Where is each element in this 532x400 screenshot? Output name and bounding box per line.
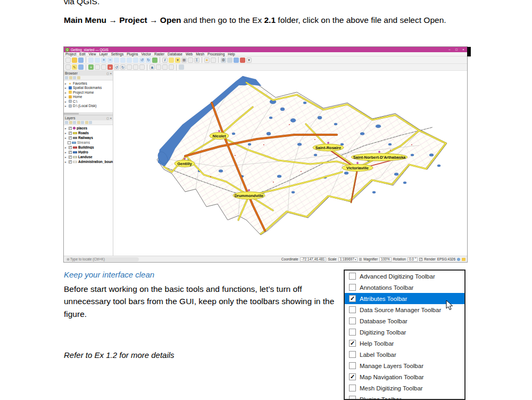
crs-status[interactable]: EPSG:4326 [437, 257, 455, 261]
identify-features-icon[interactable] [162, 58, 168, 63]
expander-icon[interactable] [65, 104, 68, 108]
browser-filter-icon[interactable] [69, 76, 72, 79]
menu-database[interactable]: Database [166, 52, 184, 56]
menu-item-database-toolbar[interactable]: Database Toolbar [345, 315, 464, 326]
browser-collapse-icon[interactable] [73, 76, 76, 79]
menu-vector[interactable]: Vector [140, 52, 153, 56]
add-feature-icon[interactable] [88, 64, 94, 70]
python-console-icon[interactable] [234, 58, 239, 63]
save-edits-icon[interactable] [78, 64, 84, 70]
expander-icon[interactable] [65, 150, 68, 154]
menu-item-advanced-digitizing-toolbar[interactable]: Advanced Digitizing Toolbar [345, 271, 464, 282]
add-group-icon[interactable] [69, 121, 72, 124]
checkbox[interactable] [349, 351, 356, 358]
expander-icon[interactable] [65, 126, 68, 130]
checkbox[interactable] [349, 317, 356, 324]
menu-item-label-toolbar[interactable]: Label Toolbar [345, 349, 464, 360]
qgis-titlebar[interactable]: Getting_started — QGIS [64, 47, 467, 52]
statistical-summary-icon[interactable] [194, 58, 200, 63]
zoom-next-icon[interactable] [146, 58, 151, 63]
save-project-icon[interactable] [78, 58, 84, 63]
render-checkbox[interactable] [419, 258, 422, 261]
checkbox[interactable] [349, 295, 356, 302]
browser-item-favorites[interactable]: Favorites [64, 81, 113, 86]
zoom-to-selection-icon[interactable] [127, 58, 132, 63]
browser-item-c-drive[interactable]: C:\ [64, 99, 113, 104]
browser-properties-icon[interactable] [77, 76, 80, 79]
remove-layer-icon[interactable] [89, 121, 92, 124]
expander-icon[interactable] [65, 131, 68, 135]
checkbox[interactable] [349, 284, 356, 291]
layer-checkbox[interactable] [69, 136, 72, 140]
expander-icon[interactable] [65, 86, 68, 89]
expander-icon[interactable] [65, 81, 68, 85]
panel-close-icon[interactable] [110, 72, 112, 75]
checkbox[interactable] [349, 340, 356, 347]
zoom-full-icon[interactable] [120, 58, 126, 63]
layer-item-railways[interactable]: Railways [64, 135, 113, 140]
magnifier-value[interactable]: 100% [379, 257, 392, 262]
browser-refresh-icon[interactable] [65, 76, 68, 79]
zoom-in-icon[interactable] [101, 58, 106, 63]
copy-features-icon[interactable] [133, 64, 138, 70]
pan-map-icon[interactable] [88, 58, 94, 63]
menu-help[interactable]: Help [226, 52, 236, 56]
layer-item-administration-boundaries[interactable]: Administration_boun [64, 159, 113, 164]
open-layer-styling-icon[interactable] [65, 121, 68, 124]
menu-processing[interactable]: Processing [206, 52, 226, 56]
browser-item-project-home[interactable]: Project Home [64, 90, 113, 95]
menu-item-help-toolbar[interactable]: Help Toolbar [345, 338, 464, 349]
menu-settings[interactable]: Settings [110, 52, 126, 56]
coordinate-value[interactable]: -72.147,46.481 [300, 257, 327, 262]
locate-search-input[interactable]: Type to locate (Ctrl+K) [65, 257, 139, 262]
redo-icon[interactable] [120, 64, 126, 70]
select-features-menu-icon[interactable] [175, 58, 180, 63]
vertex-tool-icon[interactable] [95, 64, 100, 70]
expander-icon[interactable] [65, 145, 68, 149]
zoom-last-icon[interactable] [139, 58, 145, 63]
highlight-labels-icon[interactable] [169, 64, 174, 70]
panel-close-icon[interactable] [110, 117, 112, 120]
layer-checkbox[interactable] [69, 151, 72, 154]
menu-mesh[interactable]: Mesh [194, 52, 206, 56]
pin-labels-icon[interactable] [162, 64, 168, 70]
close-icon[interactable] [461, 48, 466, 51]
browser-item-spatial-bookmarks[interactable]: Spatial Bookmarks [64, 86, 113, 91]
annotation-icon[interactable] [179, 64, 184, 70]
measure-icon[interactable] [188, 58, 193, 63]
collapse-all-icon[interactable] [85, 121, 88, 124]
menu-edit[interactable]: Edit [78, 52, 87, 56]
toggle-editing-icon[interactable] [72, 64, 77, 70]
layer-labeling-icon[interactable] [149, 64, 155, 70]
checkbox[interactable] [349, 273, 356, 280]
checkbox[interactable] [349, 306, 356, 313]
cut-features-icon[interactable] [127, 64, 132, 70]
menu-view[interactable]: View [87, 52, 97, 56]
map-canvas[interactable]: Nicolet Gentilly Saint-Rosaire Sain [113, 71, 467, 256]
menu-item-plugins-toolbar[interactable]: Plugins Toolbar [345, 394, 464, 400]
checkbox[interactable] [349, 329, 356, 336]
expander-icon[interactable] [65, 155, 68, 159]
checkbox[interactable] [349, 385, 356, 391]
menu-item-annotations-toolbar[interactable]: Annotations Toolbar [345, 282, 464, 293]
dock-icon[interactable] [106, 72, 109, 75]
layer-item-hydro[interactable]: Hydro [64, 150, 113, 154]
layer-checkbox[interactable] [68, 141, 71, 144]
manage-themes-icon[interactable] [73, 121, 76, 124]
lock-icon[interactable] [359, 258, 362, 261]
layer-item-places[interactable]: places [64, 126, 113, 130]
expander-icon[interactable] [65, 95, 68, 99]
paste-features-icon[interactable] [139, 64, 145, 70]
checkbox[interactable] [349, 362, 356, 369]
layer-item-buildings[interactable]: Buildings [64, 145, 113, 150]
layer-checkbox[interactable] [69, 132, 72, 135]
zoom-out-icon[interactable] [107, 58, 113, 63]
pan-to-selection-icon[interactable] [95, 58, 100, 63]
current-edits-icon[interactable] [65, 64, 71, 70]
menu-item-manage-layers-toolbar[interactable]: Manage Layers Toolbar [345, 360, 464, 371]
select-features-icon[interactable] [169, 58, 174, 63]
new-bookmark-icon[interactable] [211, 58, 216, 63]
vertex-tool-active-icon[interactable] [101, 64, 106, 70]
layer-item-streams[interactable]: Streams [64, 140, 113, 145]
menu-plugins[interactable]: Plugins [125, 52, 139, 56]
